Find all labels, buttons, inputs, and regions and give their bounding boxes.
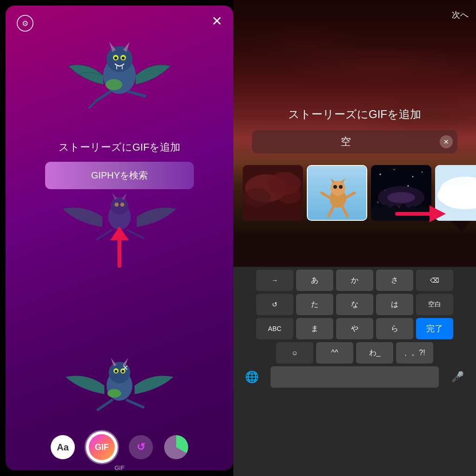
- key-microphone[interactable]: 🎤: [442, 366, 473, 388]
- settings-icon[interactable]: ⚙: [17, 15, 33, 32]
- key-caret[interactable]: ^^: [316, 342, 353, 364]
- keyboard-row-3: ABC ま や ら 完了: [233, 315, 476, 339]
- svg-marker-70: [430, 205, 446, 222]
- key-ka[interactable]: か: [336, 270, 373, 291]
- keyboard-row-1: → あ か さ ⌫: [233, 267, 476, 291]
- close-button[interactable]: ✕: [212, 15, 222, 32]
- keyboard-area: → あ か さ ⌫ ↺ た な は 空白 ABC ま や ら 完了 ☺ ^^ わ…: [233, 267, 476, 476]
- key-undo[interactable]: ↺: [256, 294, 293, 315]
- svg-point-56: [422, 172, 423, 172]
- svg-point-47: [339, 185, 343, 189]
- bottom-panel-label: GIF: [114, 464, 125, 470]
- svg-point-1: [106, 46, 132, 72]
- svg-line-10: [96, 92, 110, 101]
- svg-point-17: [111, 197, 129, 215]
- key-ta[interactable]: た: [296, 294, 333, 315]
- bat-bottom-svg: [59, 338, 180, 426]
- gif-result-2-img: [308, 166, 367, 221]
- svg-point-46: [333, 185, 337, 189]
- svg-point-7: [122, 57, 125, 60]
- key-punctuation[interactable]: 、。?!: [396, 342, 433, 364]
- search-value: 空: [252, 135, 440, 149]
- key-ma[interactable]: ま: [296, 318, 333, 339]
- svg-point-54: [394, 169, 395, 170]
- gif-result-1[interactable]: [243, 165, 303, 221]
- history-tool-button[interactable]: ↺: [129, 435, 153, 459]
- svg-line-12: [129, 92, 145, 96]
- svg-point-13: [106, 79, 122, 90]
- svg-point-39: [278, 187, 301, 204]
- add-gif-title: ストーリーズにGIFを追加: [59, 140, 181, 154]
- gif-result-1-img: [243, 165, 303, 221]
- gif-tool-button[interactable]: GIF: [86, 431, 118, 463]
- bat-bottom-image: ✕: [54, 336, 185, 429]
- clear-search-button[interactable]: ✕: [440, 135, 453, 148]
- key-space-bar[interactable]: [271, 366, 439, 388]
- timer-icon: [164, 435, 188, 459]
- next-button[interactable]: 次へ: [452, 9, 469, 20]
- key-emoji-face[interactable]: ☺: [276, 342, 313, 364]
- key-globe[interactable]: 🌐: [236, 366, 268, 388]
- left-panel: ⚙ ✕: [6, 6, 233, 470]
- svg-point-30: [115, 370, 118, 373]
- pink-arrow-indicator: [392, 200, 448, 230]
- key-space-jp[interactable]: 空白: [416, 294, 453, 315]
- svg-marker-15: [110, 226, 129, 240]
- timer-tool-button[interactable]: [164, 435, 188, 459]
- svg-line-32: [98, 400, 112, 410]
- arrow-indicator: [106, 224, 133, 272]
- svg-point-6: [114, 57, 117, 60]
- keyboard-bottom-row: 🌐 🎤: [233, 364, 476, 390]
- svg-point-38: [243, 188, 271, 207]
- key-done[interactable]: 完了: [416, 318, 453, 339]
- key-ya[interactable]: や: [336, 318, 373, 339]
- svg-point-55: [412, 176, 414, 178]
- svg-line-33: [127, 400, 143, 407]
- bat-top-image: [50, 20, 189, 122]
- gif-icon: GIF: [89, 434, 115, 460]
- key-ha[interactable]: は: [376, 294, 413, 315]
- svg-point-21: [120, 203, 125, 207]
- key-wa[interactable]: わ_: [356, 342, 393, 364]
- key-abc[interactable]: ABC: [256, 318, 293, 339]
- gif-search-bar[interactable]: 空 ✕: [252, 130, 457, 153]
- text-tool-button[interactable]: Aa: [51, 435, 75, 459]
- keyboard-row-4: ☺ ^^ わ_ 、。?!: [233, 339, 476, 364]
- top-icons: ⚙ ✕: [6, 6, 233, 32]
- keyboard-row-2: ↺ た な は 空白: [233, 291, 476, 315]
- overlay-x: ✕: [122, 364, 128, 372]
- svg-point-20: [115, 203, 119, 207]
- key-delete[interactable]: ⌫: [416, 270, 453, 291]
- bat-top-svg: [59, 24, 180, 117]
- svg-line-11: [89, 101, 96, 108]
- svg-point-59: [377, 202, 378, 203]
- svg-point-34: [107, 389, 121, 398]
- key-a[interactable]: あ: [296, 270, 333, 291]
- gif-result-2[interactable]: [307, 165, 367, 221]
- key-na[interactable]: な: [336, 294, 373, 315]
- right-panel: 次へ ストーリーズにGIFを追加 空 ✕: [233, 0, 476, 476]
- right-add-gif-title: ストーリーズにGIFを追加: [233, 107, 476, 122]
- key-arrow[interactable]: →: [256, 270, 293, 291]
- bottom-toolbar: Aa GIF ↺: [6, 431, 233, 463]
- key-ra[interactable]: ら: [376, 318, 413, 339]
- key-sa[interactable]: さ: [376, 270, 413, 291]
- svg-point-53: [380, 174, 381, 175]
